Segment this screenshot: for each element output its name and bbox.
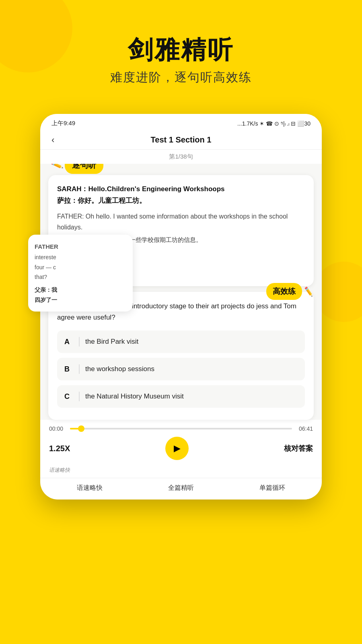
pencil-icon-left: ✏️ (50, 164, 64, 172)
left-card-line6: 四岁了一 (35, 295, 126, 304)
speed-label[interactable]: 1.25X (49, 444, 70, 453)
option-a-divider (79, 337, 80, 347)
battery-icon: ⬜30 (297, 120, 311, 127)
option-b[interactable]: B the workshop sessions (57, 358, 305, 380)
status-bar: 上午9:49 ...1.7K/s ✶ ☎ ⊙ ᵑ|ₗ .ₗ ⊟ ⬜30 (40, 114, 322, 130)
option-b-text: the workshop sessions (85, 365, 298, 373)
progress-thumb (78, 425, 84, 432)
check-answer-button[interactable]: 核对答案 (284, 444, 313, 453)
wifi-icon: ⊟ (291, 120, 296, 127)
phone-container: 上午9:49 ...1.7K/s ✶ ☎ ⊙ ᵑ|ₗ .ₗ ⊟ ⬜30 ‹ Te… (40, 114, 322, 500)
progress-track[interactable] (70, 428, 292, 429)
left-card-line4: that? (35, 272, 126, 281)
option-b-letter: B (64, 365, 73, 374)
back-button[interactable]: ‹ (51, 135, 54, 145)
header-section: 剑雅精听 难度进阶，逐句听高效练 (0, 0, 362, 98)
player-bar: 00:00 06:41 1.25X ▶ 核对答案 (40, 420, 322, 464)
progress-text: 第1/38句 (169, 153, 193, 160)
option-c-letter: C (64, 392, 73, 401)
option-a-letter: A (64, 338, 73, 346)
play-icon: ▶ (174, 443, 181, 454)
nav-bar: ‹ Test 1 Section 1 (40, 130, 322, 150)
bottom-nav: 语速略快 全篇精听 单篇循环 (40, 478, 322, 500)
content-area: ✏️ 逐句听 SARAH：Hello.Children's Engineerin… (40, 164, 322, 478)
jujuting-label: 逐句听 (65, 164, 103, 174)
left-card-line3: four — c (35, 263, 126, 272)
time-total: 06:41 (296, 425, 313, 432)
jujuting-badge: ✏️ 逐句听 (51, 164, 103, 174)
time-current: 00:00 (49, 425, 66, 432)
gaoxiao-label: 高效练 (266, 283, 302, 300)
bottom-nav-loop[interactable]: 单篇循环 (255, 484, 289, 492)
status-time: 上午9:49 (51, 120, 75, 127)
option-c-text: the Natural History Museum visit (85, 392, 298, 400)
speed-description: 语速略快 (49, 467, 70, 473)
left-card-line5: 父亲：我 (35, 285, 126, 294)
subtitle: 难度进阶，逐句听高效练 (0, 69, 362, 86)
left-partial-card: FATHER intereste four — c that? 父亲：我 四岁了… (28, 235, 133, 312)
left-card-line2: intereste (35, 253, 126, 262)
network-info: ...1.7K/s ✶ ☎ ⊙ ᵑ|ₗ .ₗ (237, 120, 289, 127)
option-a[interactable]: A the Bird Park visit (57, 330, 305, 353)
bottom-nav-speed[interactable]: 语速略快 (73, 484, 107, 492)
option-a-text: the Bird Park visit (85, 338, 298, 346)
option-b-divider (79, 364, 80, 374)
progress-indicator: 第1/38句 (40, 150, 322, 164)
progress-bar-wrap: 00:00 06:41 (49, 425, 313, 432)
speaker1-en: SARAH：Hello.Children's Engineering Works… (57, 184, 305, 194)
gaoxiao-badge-wrap: 高效练 ✏️ (266, 283, 314, 300)
bottom-nav-full[interactable]: 全篇精听 (164, 484, 198, 492)
speed-info-row: 语速略快 (40, 464, 322, 478)
player-controls: 1.25X ▶ 核对答案 (49, 437, 313, 460)
left-card-line1: FATHER (35, 242, 126, 252)
main-title: 剑雅精听 (0, 36, 362, 64)
dialogue1-en: FATHER: Oh hello. I wanted some informat… (57, 211, 305, 233)
option-c[interactable]: C the Natural History Museum visit (57, 385, 305, 408)
speaker1-zh: 萨拉：你好。儿童工程工坊。 (57, 196, 305, 205)
status-icons: ...1.7K/s ✶ ☎ ⊙ ᵑ|ₗ .ₗ ⊟ ⬜30 (237, 120, 311, 127)
gaoxiao-pencil-icon: ✏️ (303, 286, 315, 297)
nav-title: Test 1 Section 1 (151, 135, 212, 144)
option-c-divider (79, 392, 80, 401)
play-button[interactable]: ▶ (165, 437, 189, 460)
